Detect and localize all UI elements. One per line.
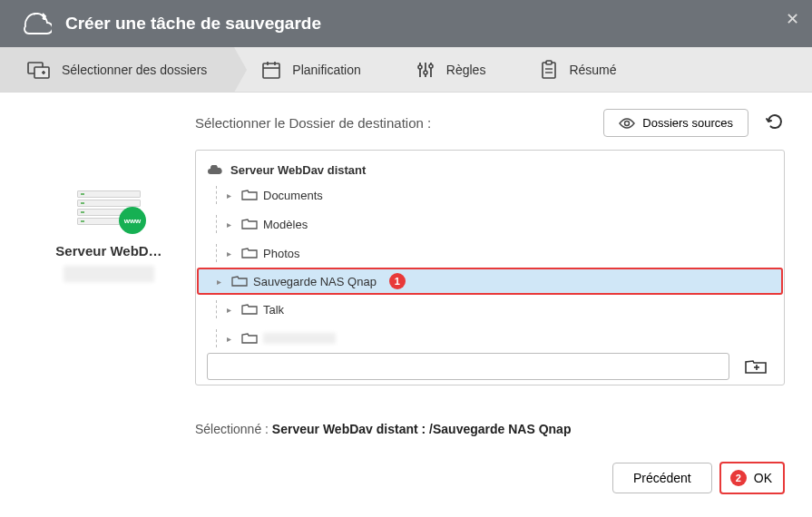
selected-prefix: Sélectionné : xyxy=(195,422,272,436)
annotation-badge-2: 2 xyxy=(730,470,747,486)
folder-label-obscured xyxy=(263,333,336,344)
add-folder-icon[interactable] xyxy=(739,353,773,380)
svg-rect-2 xyxy=(263,63,279,78)
tree-item-talk[interactable]: ▸ Talk xyxy=(196,295,784,324)
cloud-icon xyxy=(207,165,223,176)
step-select-folders[interactable]: Sélectionner des dossiers xyxy=(0,47,234,92)
previous-button[interactable]: Précédent xyxy=(612,463,712,493)
select-destination-label: Sélectionner le Dossier de destination : xyxy=(195,115,431,131)
folder-icon xyxy=(241,189,258,201)
www-badge: www xyxy=(119,207,146,234)
close-icon[interactable]: ✕ xyxy=(786,9,799,29)
server-subtitle-obscured xyxy=(64,266,154,282)
destination-server-panel: www Serveur WebD… xyxy=(36,109,181,494)
svg-point-16 xyxy=(625,121,630,125)
folder-icon xyxy=(241,218,258,230)
eye-icon xyxy=(619,118,635,129)
folder-icon xyxy=(241,247,258,259)
server-name: Serveur WebD… xyxy=(36,243,181,258)
folder-icon xyxy=(231,275,248,288)
server-icon: www xyxy=(77,190,141,227)
tree-item-obscured[interactable]: ▸ xyxy=(196,324,784,353)
folder-label: Talk xyxy=(263,303,284,317)
titlebar: Créer une tâche de sauvegarde ✕ xyxy=(0,0,812,47)
step-summary[interactable]: Résumé xyxy=(513,47,643,92)
step-planning[interactable]: Planification xyxy=(234,47,388,92)
selected-path-row: Sélectionné : Serveur WebDav distant : /… xyxy=(195,422,785,436)
selected-path: Serveur WebDav distant : /Sauvegarde NAS… xyxy=(272,422,572,436)
folder-label: Sauvegarde NAS Qnap xyxy=(253,275,377,288)
annotation-badge-1: 1 xyxy=(389,273,406,289)
tree-root-label: Serveur WebDav distant xyxy=(230,163,366,177)
expand-icon[interactable]: ▸ xyxy=(227,219,236,229)
step-label: Résumé xyxy=(569,63,616,77)
expand-icon[interactable]: ▸ xyxy=(227,249,236,258)
step-rules[interactable]: Règles xyxy=(388,47,514,92)
backup-app-icon xyxy=(18,5,54,42)
svg-point-9 xyxy=(418,65,422,69)
folder-icon xyxy=(241,303,258,316)
ok-button[interactable]: OK xyxy=(750,465,779,491)
refresh-icon[interactable] xyxy=(765,112,785,134)
dialog-title: Créer une tâche de sauvegarde xyxy=(65,14,321,34)
source-folders-label: Dossiers sources xyxy=(642,116,733,130)
source-folders-button[interactable]: Dossiers sources xyxy=(603,109,748,137)
expand-icon[interactable]: ▸ xyxy=(217,277,226,287)
expand-icon[interactable]: ▸ xyxy=(227,305,236,315)
tree-item-documents[interactable]: ▸ Documents xyxy=(196,180,784,210)
step-label: Sélectionner des dossiers xyxy=(62,63,207,77)
svg-rect-13 xyxy=(546,61,552,64)
folder-label: Modèles xyxy=(263,218,308,231)
expand-icon[interactable]: ▸ xyxy=(227,334,236,344)
step-label: Planification xyxy=(292,63,361,77)
folder-label: Documents xyxy=(263,189,323,202)
folder-label: Photos xyxy=(263,247,299,260)
folder-tree: Serveur WebDav distant ▸ Documents ▸ Mod… xyxy=(195,150,785,385)
wizard-steps: Sélectionner des dossiers Planification … xyxy=(0,47,812,93)
svg-point-11 xyxy=(429,64,433,68)
tree-root[interactable]: Serveur WebDav distant xyxy=(196,160,784,180)
folder-icon xyxy=(241,332,258,345)
tree-item-sauvegarde[interactable]: ▸ Sauvegarde NAS Qnap 1 xyxy=(197,268,783,295)
tree-item-modeles[interactable]: ▸ Modèles xyxy=(196,210,784,239)
tree-item-photos[interactable]: ▸ Photos xyxy=(196,239,784,268)
expand-icon[interactable]: ▸ xyxy=(227,190,236,200)
new-folder-input[interactable] xyxy=(207,353,729,380)
step-label: Règles xyxy=(446,63,486,77)
svg-point-10 xyxy=(424,71,427,74)
ok-button-highlight: 2 OK xyxy=(719,462,785,494)
